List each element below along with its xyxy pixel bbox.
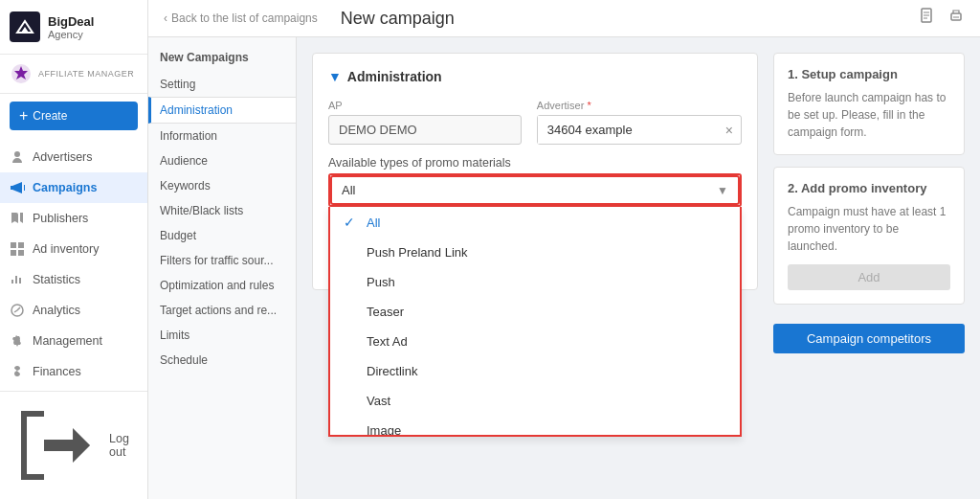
logo-text: BigDeal Agency: [48, 14, 94, 40]
subnav-item-audience[interactable]: Audience: [148, 148, 296, 173]
main-content: ‹ Back to the list of campaigns New camp…: [148, 0, 980, 499]
settings-icon: [10, 333, 25, 349]
sub-nav-header: New Campaigns: [148, 47, 296, 72]
back-text: Back to the list of campaigns: [171, 11, 318, 25]
ap-group: AP: [328, 100, 522, 145]
subnav-item-schedule[interactable]: Schedule: [148, 348, 296, 373]
required-indicator: *: [587, 100, 590, 111]
subnav-item-whiteblacklists[interactable]: White/Black lists: [148, 198, 296, 223]
person-icon: [10, 149, 25, 165]
step1-title: 1. Setup campaign: [788, 67, 950, 81]
create-label: Create: [33, 109, 67, 123]
dropdown-option-vast[interactable]: Vast: [330, 386, 740, 416]
advertisers-label: Advertisers: [33, 150, 93, 164]
management-label: Management: [33, 334, 102, 348]
subnav-item-keywords[interactable]: Keywords: [148, 173, 296, 198]
affiliate-label: AFFILIATE MANAGER: [38, 69, 134, 79]
dollar-icon: [10, 364, 25, 379]
subnav-item-limits[interactable]: Limits: [148, 323, 296, 348]
advertiser-input-wrapper: ×: [537, 115, 742, 145]
subnav-item-target-actions[interactable]: Target actions and re...: [148, 298, 296, 323]
logout-item[interactable]: Log out: [0, 391, 147, 499]
dropdown-option-text-ad[interactable]: Text Ad: [330, 327, 740, 356]
step2-card: 2. Add promo inventory Campaign must hav…: [773, 167, 965, 305]
back-link[interactable]: ‹ Back to the list of campaigns: [164, 11, 318, 25]
administration-title: ▼ Administration: [328, 69, 742, 84]
topbar-left: ‹ Back to the list of campaigns New camp…: [164, 9, 455, 29]
subnav-item-budget[interactable]: Budget: [148, 223, 296, 248]
dropdown-outer: All ▼ ✓ All Push Preland Link: [328, 173, 742, 207]
affiliate-badge: AFFILIATE MANAGER: [0, 55, 147, 94]
sidebar: BigDeal Agency AFFILIATE MANAGER + Creat…: [0, 0, 148, 499]
subnav-item-administration[interactable]: Administration: [148, 97, 296, 124]
form-area: ▼ Administration AP Advertiser *: [297, 37, 980, 499]
subnav-item-filters[interactable]: Filters for traffic sour...: [148, 248, 296, 273]
dropdown-option-directlink[interactable]: Directlink: [330, 356, 740, 386]
ad-inventory-label: Ad inventory: [33, 242, 99, 256]
affiliate-icon: [10, 62, 33, 85]
advertiser-group: Advertiser * ×: [537, 100, 742, 145]
statistics-label: Statistics: [33, 273, 80, 286]
subnav-item-optimization[interactable]: Optimization and rules: [148, 273, 296, 298]
topbar-icons: [919, 8, 965, 29]
dropdown-section-label: Available types of promo materials: [328, 156, 742, 170]
ap-advertiser-row: AP Advertiser * ×: [328, 100, 742, 145]
sidebar-item-advertisers[interactable]: Advertisers: [0, 142, 147, 172]
advertiser-input[interactable]: [538, 116, 718, 144]
analytics-label: Analytics: [33, 304, 80, 317]
subnav-item-setting[interactable]: Setting: [148, 72, 296, 97]
document-icon-button[interactable]: [919, 8, 936, 29]
dropdown-trigger[interactable]: All ▼: [330, 175, 740, 205]
dropdown-option-image[interactable]: Image: [330, 416, 740, 437]
sidebar-item-finances[interactable]: Finances: [0, 356, 147, 387]
sidebar-item-ad-inventory[interactable]: Ad inventory: [0, 234, 147, 264]
dropdown-option-push-preland[interactable]: Push Preland Link: [330, 238, 740, 267]
logo-icon: [10, 11, 40, 42]
sidebar-item-management[interactable]: Management: [0, 326, 147, 356]
dropdown-option-push[interactable]: Push: [330, 267, 740, 297]
sidebar-item-analytics[interactable]: Analytics: [0, 295, 147, 326]
campaigns-label: Campaigns: [33, 181, 97, 194]
publishers-label: Publishers: [33, 212, 88, 225]
info-sidebar: 1. Setup campaign Before launch campaign…: [773, 53, 965, 484]
logout-label: Log out: [109, 432, 138, 459]
check-icon: ✓: [344, 215, 359, 230]
grid-icon: [10, 241, 25, 257]
dropdown-option-teaser[interactable]: Teaser: [330, 297, 740, 327]
add-promo-button[interactable]: Add: [788, 264, 950, 290]
nav-items: Advertisers Campaigns Publishers Ad inve…: [0, 138, 147, 391]
finances-label: Finances: [33, 365, 81, 378]
ap-input[interactable]: [328, 115, 522, 145]
logo-area: BigDeal Agency: [0, 0, 147, 55]
dropdown-menu: ✓ All Push Preland Link Push: [328, 207, 742, 437]
content-area: New Campaigns Setting Administration Inf…: [148, 37, 980, 499]
print-icon-button[interactable]: [947, 8, 965, 29]
topbar: ‹ Back to the list of campaigns New camp…: [148, 0, 980, 37]
subnav-item-information[interactable]: Information: [148, 124, 296, 148]
campaign-competitors-button[interactable]: Campaign competitors: [773, 324, 965, 353]
book-icon: [10, 211, 25, 226]
dropdown-selected-value: All: [342, 183, 355, 197]
document-icon: [919, 8, 936, 25]
sidebar-item-publishers[interactable]: Publishers: [0, 203, 147, 234]
sidebar-item-statistics[interactable]: Statistics: [0, 264, 147, 295]
step2-title: 2. Add promo inventory: [788, 181, 950, 195]
form-main: ▼ Administration AP Advertiser *: [312, 53, 758, 484]
step1-card: 1. Setup campaign Before launch campaign…: [773, 53, 965, 155]
collapse-icon[interactable]: ▼: [328, 69, 342, 84]
sidebar-item-campaigns[interactable]: Campaigns: [0, 172, 147, 203]
create-button[interactable]: + Create: [10, 102, 138, 130]
sub-nav: New Campaigns Setting Administration Inf…: [148, 37, 297, 499]
step2-text: Campaign must have at least 1 promo inve…: [788, 203, 950, 255]
chevron-down-icon: ▼: [717, 184, 728, 197]
analytics-icon: [10, 303, 25, 318]
step1-text: Before launch campaign has to be set up.…: [788, 89, 950, 141]
administration-card: ▼ Administration AP Advertiser *: [312, 53, 758, 290]
print-icon: [947, 8, 965, 25]
megaphone-icon: [10, 180, 25, 195]
advertiser-clear-button[interactable]: ×: [718, 119, 741, 142]
chevron-left-icon: ‹: [164, 11, 167, 25]
dropdown-option-all[interactable]: ✓ All: [330, 207, 740, 238]
ap-label: AP: [328, 100, 522, 111]
bar-chart-icon: [10, 272, 25, 287]
